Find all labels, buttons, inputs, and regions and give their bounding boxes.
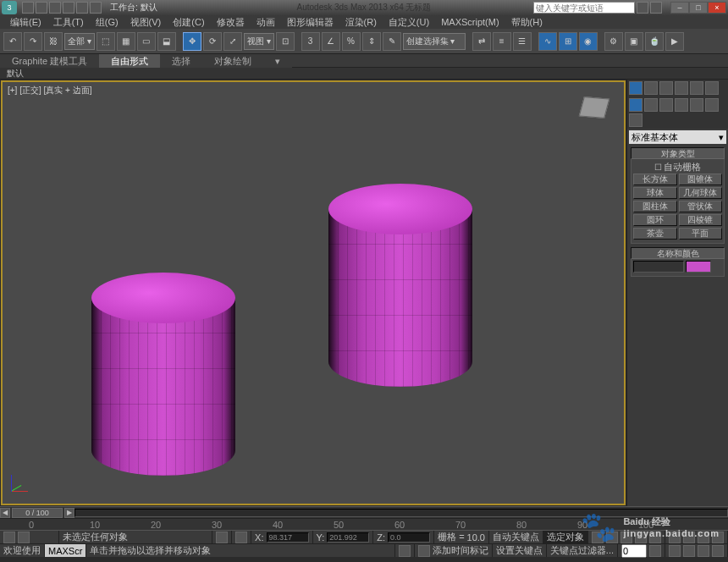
ribbon-expand-icon[interactable]: ▾ [263, 54, 292, 68]
lights-icon[interactable] [659, 98, 673, 112]
menu-graph[interactable]: 图形编辑器 [282, 16, 339, 29]
shapes-icon[interactable] [644, 98, 658, 112]
spacewarps-icon[interactable] [705, 98, 719, 112]
prim-cone[interactable]: 圆锥体 [679, 174, 723, 185]
menu-render[interactable]: 渲染(R) [340, 16, 382, 29]
play-start-icon[interactable] [592, 532, 604, 543]
angle-snap-icon[interactable]: ∠ [322, 32, 340, 51]
frame-indicator[interactable]: 0 / 100 [12, 508, 63, 518]
prim-tube[interactable]: 管状体 [679, 201, 723, 212]
rotate-icon[interactable]: ⟳ [203, 32, 222, 51]
prim-torus[interactable]: 圆环 [633, 214, 677, 226]
minimize-button[interactable]: – [670, 2, 689, 14]
nav-zoom-icon[interactable] [669, 532, 681, 543]
align-icon[interactable]: ≡ [493, 32, 511, 51]
addtime-label[interactable]: 添加时间标记 [433, 544, 488, 557]
play-icon[interactable] [620, 532, 632, 543]
prim-box[interactable]: 长方体 [633, 174, 677, 185]
color-swatch[interactable] [686, 261, 711, 273]
rect-select-icon[interactable]: ▭ [137, 32, 156, 51]
menu-help[interactable]: 帮助(H) [506, 16, 548, 29]
object-name-input[interactable] [633, 261, 684, 273]
nav-orbit-icon[interactable] [683, 545, 695, 557]
redo-icon[interactable]: ↷ [24, 32, 42, 51]
status-lock-icon[interactable] [3, 532, 15, 543]
render-frame-icon[interactable]: ▣ [625, 32, 643, 51]
layer-icon[interactable]: ☰ [513, 32, 532, 51]
prim-sphere[interactable]: 球体 [633, 187, 677, 199]
menu-group[interactable]: 组(G) [91, 16, 124, 29]
edit-named-icon[interactable]: ✎ [383, 32, 401, 51]
geometry-dropdown[interactable]: 标准基本体▾ [629, 130, 726, 144]
selection-filter[interactable]: 全部 ▾ [64, 33, 95, 50]
play-next-icon[interactable] [635, 532, 647, 543]
curve-editor-icon[interactable]: ∿ [538, 32, 557, 51]
menu-animation[interactable]: 动画 [251, 16, 280, 29]
maximize-button[interactable]: □ [689, 2, 708, 14]
lock-selection-icon[interactable] [216, 532, 228, 543]
qat-new-icon[interactable] [22, 2, 34, 14]
menu-customize[interactable]: 自定义(U) [383, 16, 434, 29]
object-type-header[interactable]: 对象类型 [631, 147, 725, 159]
move-icon[interactable]: ✥ [183, 32, 201, 51]
search-input[interactable] [533, 2, 635, 14]
viewport-label[interactable]: [+] [正交] [真实 + 边面] [8, 85, 91, 96]
cameras-icon[interactable] [675, 98, 688, 112]
qat-open-icon[interactable] [36, 2, 47, 14]
menu-create[interactable]: 创建(C) [168, 16, 209, 29]
menu-view[interactable]: 视图(V) [125, 16, 167, 29]
play-end-icon[interactable] [649, 532, 661, 543]
prim-teapot[interactable]: 茶壶 [633, 228, 677, 240]
search-icon[interactable] [637, 2, 648, 14]
qat-redo-icon[interactable] [76, 2, 88, 14]
nav-fov-icon[interactable] [698, 532, 709, 543]
nav-zoomall-icon[interactable] [683, 532, 695, 543]
pivot-icon[interactable]: ⊡ [276, 32, 295, 51]
setkey-button[interactable]: 设置关键点 [496, 544, 543, 557]
undo-icon[interactable]: ↶ [3, 32, 22, 51]
render-icon[interactable]: 🍵 [645, 32, 664, 51]
name-color-header[interactable]: 名称和颜色 [631, 247, 725, 259]
y-input[interactable] [327, 532, 369, 543]
named-selection[interactable]: 创建选择集 ▾ [403, 33, 466, 50]
display-tab-icon[interactable] [690, 81, 703, 95]
keyfilter-button[interactable]: 关键点过滤器... [550, 544, 614, 557]
select-name-icon[interactable]: ▦ [117, 32, 135, 51]
time-track[interactable] [74, 509, 728, 517]
menu-maxscript[interactable]: MAXScript(M) [436, 17, 504, 27]
commlock-icon[interactable] [399, 545, 411, 557]
timetag-icon[interactable] [418, 545, 430, 557]
time-ruler[interactable]: 0 10 20 30 40 50 60 70 80 90 100 [0, 518, 728, 530]
timeconfig-icon[interactable] [649, 545, 661, 557]
schematic-icon[interactable]: ⊞ [559, 32, 577, 51]
cylinder-object-2[interactable] [328, 184, 472, 387]
tab-objpaint[interactable]: 对象绘制 [202, 54, 263, 68]
systems-icon[interactable] [629, 113, 643, 127]
qat-save-icon[interactable] [49, 2, 61, 14]
render-setup-icon[interactable]: ⚙ [604, 32, 623, 51]
link-icon[interactable]: ⛓ [44, 32, 63, 51]
qat-undo-icon[interactable] [63, 2, 74, 14]
prim-plane[interactable]: 平面 [679, 228, 723, 240]
select-icon[interactable]: ⬚ [97, 32, 115, 51]
time-next-icon[interactable]: ▶ [64, 508, 74, 518]
motion-tab-icon[interactable] [675, 81, 688, 95]
nav-walk-icon[interactable] [698, 545, 709, 557]
tab-graphite[interactable]: Graphite 建模工具 [0, 54, 99, 68]
tab-freeform[interactable]: 自由形式 [99, 54, 160, 68]
frame-input[interactable] [621, 544, 647, 558]
geometry-icon[interactable] [629, 98, 643, 112]
viewport[interactable]: [+] [正交] [真实 + 边面] [1, 80, 626, 505]
x-input[interactable] [267, 532, 309, 543]
time-slider[interactable]: ◀ 0 / 100 ▶ [0, 506, 728, 518]
utility-tab-icon[interactable] [705, 81, 719, 95]
spinner-snap-icon[interactable]: ⇕ [362, 32, 381, 51]
z-input[interactable] [388, 532, 430, 543]
autogrid-checkbox[interactable]: ☐ 自动栅格 [633, 161, 722, 174]
tab-selection[interactable]: 选择 [160, 54, 202, 68]
menu-edit[interactable]: 编辑(E) [5, 16, 47, 29]
help-menu-icon[interactable] [650, 2, 662, 14]
modify-tab-icon[interactable] [644, 81, 658, 95]
ribbon-sub[interactable]: 默认 [0, 68, 728, 80]
prim-geosphere[interactable]: 几何球体 [679, 187, 723, 199]
